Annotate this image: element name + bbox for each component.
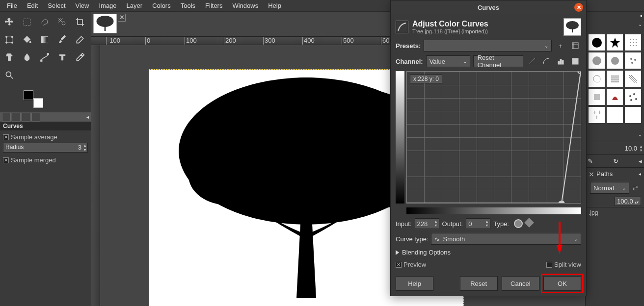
rect-select-tool-icon[interactable] (19, 14, 35, 30)
reset-button[interactable]: Reset (460, 276, 498, 291)
ruler-tick: -100 (106, 37, 120, 45)
chevron-down-icon[interactable]: ⌄ (638, 22, 642, 31)
crop-tool-icon[interactable] (72, 14, 88, 30)
free-select-tool-icon[interactable] (36, 14, 53, 30)
menu-file[interactable]: File (2, 0, 22, 11)
linear-histogram-icon[interactable] (526, 55, 538, 67)
refresh-icon[interactable]: ↻ (613, 157, 618, 165)
paths-tool-icon[interactable] (36, 49, 53, 66)
layer-opacity-field[interactable]: 100.0 ▴▾ (615, 197, 641, 206)
menu-edit[interactable]: Edit (22, 0, 43, 11)
brush-preset[interactable] (625, 52, 641, 69)
point-type-corner-icon[interactable] (524, 218, 534, 228)
images-tab-icon[interactable] (31, 113, 40, 122)
menu-filters[interactable]: Filters (200, 0, 227, 11)
device-status-tab-icon[interactable] (12, 113, 21, 122)
move-tool-icon[interactable] (1, 14, 18, 30)
menu-image[interactable]: Image (94, 0, 121, 11)
bucket-fill-tool-icon[interactable] (19, 31, 35, 48)
menu-help[interactable]: Help (263, 0, 286, 11)
configure-icon[interactable]: ◂ (639, 157, 642, 165)
spinner-icon[interactable]: ▴▾ (640, 145, 642, 153)
layer-mode-combo[interactable]: Normal⌄ (590, 182, 629, 194)
menu-select[interactable]: Select (43, 0, 70, 11)
dialog-titlebar[interactable]: Curves ✕ (391, 0, 586, 14)
cancel-button[interactable]: Cancel (502, 276, 539, 291)
clone-tool-icon[interactable] (1, 49, 18, 66)
output-field[interactable]: 0 ▴▾ (466, 218, 490, 229)
right-panel-menu-icon[interactable]: ◂ (640, 13, 642, 21)
color-picker-tool-icon[interactable] (72, 49, 88, 66)
brushes-grid[interactable]: +++ (586, 31, 644, 132)
manage-presets-icon[interactable] (569, 40, 581, 51)
color-swatches[interactable] (24, 90, 43, 108)
preview-checkbox[interactable]: ✕Preview (396, 260, 426, 269)
brush-preset[interactable] (589, 71, 605, 87)
brush-preset[interactable] (607, 89, 623, 105)
chevron-down-icon[interactable]: ⌄ (638, 132, 642, 142)
layer-switch-icon[interactable]: ⇄ (629, 182, 641, 194)
brush-preset[interactable] (625, 89, 641, 105)
help-button[interactable]: Help (396, 276, 433, 291)
menu-windows[interactable]: Windows (227, 0, 263, 11)
channel-combo[interactable]: Value⌄ (426, 55, 470, 67)
paths-label[interactable]: Paths (596, 170, 613, 178)
transform-tool-icon[interactable] (1, 31, 18, 48)
curve-grid[interactable]: x:228 y: 0 (406, 71, 581, 204)
brush-preset[interactable] (589, 34, 605, 51)
input-field[interactable]: 228 ▴▾ (415, 218, 439, 229)
radius-field[interactable]: Radius 3 ▴▾ (3, 143, 88, 153)
dialog-close-icon[interactable]: ✕ (574, 3, 583, 12)
svg-rect-13 (105, 25, 106, 31)
brush-preset[interactable] (625, 107, 641, 123)
fg-color-swatch[interactable] (24, 90, 33, 100)
ok-button[interactable]: OK (543, 276, 581, 291)
spinner-icon[interactable]: ▴▾ (435, 220, 437, 228)
menu-colors[interactable]: Colors (147, 0, 176, 11)
edit-brush-icon[interactable]: ✎ (588, 157, 593, 165)
brush-preset[interactable] (625, 71, 641, 87)
brush-preset[interactable] (589, 52, 605, 69)
brush-preset[interactable] (607, 71, 623, 87)
image-tab[interactable]: ✕ (93, 14, 126, 33)
brush-preset[interactable] (607, 107, 623, 123)
brush-preset[interactable] (607, 34, 623, 51)
spinner-icon[interactable]: ▴▾ (486, 220, 488, 228)
close-tab-icon[interactable]: ✕ (118, 14, 126, 22)
brush-preset[interactable] (625, 34, 641, 51)
tool-options-tab-icon[interactable] (2, 113, 11, 122)
histogram-mode-icon[interactable] (569, 55, 581, 67)
layers-panel[interactable]: .jpg (586, 207, 644, 306)
add-preset-icon[interactable]: + (555, 40, 566, 51)
gradient-tool-icon[interactable] (36, 31, 53, 48)
undo-history-tab-icon[interactable] (22, 113, 30, 122)
svg-point-27 (636, 42, 637, 43)
bg-color-swatch[interactable] (33, 98, 43, 108)
brush-preset[interactable] (589, 89, 605, 105)
layer-item[interactable]: .jpg (589, 209, 641, 216)
split-view-checkbox[interactable]: Split view (546, 260, 581, 269)
smudge-tool-icon[interactable] (19, 49, 35, 66)
brush-preset[interactable]: +++ (589, 107, 605, 123)
presets-combo[interactable]: ⌄ (424, 40, 552, 51)
menu-tools[interactable]: Tools (176, 0, 200, 11)
menu-view[interactable]: View (71, 0, 94, 11)
fuzzy-select-tool-icon[interactable] (54, 14, 71, 30)
sample-merged-checkbox[interactable]: ✕Sample merged (3, 155, 88, 165)
eraser-tool-icon[interactable] (72, 31, 88, 48)
menu-layer[interactable]: Layer (122, 0, 148, 11)
sample-average-checkbox[interactable]: ✕Sample average (3, 132, 88, 142)
panel-menu-icon[interactable]: ◂ (86, 114, 89, 120)
histogram-scale-icon[interactable] (555, 55, 567, 67)
radius-spinner-icon[interactable]: ▴▾ (82, 143, 87, 152)
curve-editor[interactable]: x:228 y: 0 (396, 71, 581, 204)
blending-options-toggle[interactable]: Blending Options (396, 249, 581, 256)
brush-preset[interactable] (607, 52, 623, 69)
zoom-tool-icon[interactable] (1, 67, 18, 83)
panel-menu-icon[interactable]: ◂ (639, 171, 641, 177)
point-type-smooth-icon[interactable] (514, 219, 523, 228)
paintbrush-tool-icon[interactable] (54, 31, 71, 48)
log-histogram-icon[interactable] (540, 55, 552, 67)
text-tool-icon[interactable] (54, 49, 71, 66)
reset-channel-button[interactable]: Reset Channel (473, 55, 523, 67)
